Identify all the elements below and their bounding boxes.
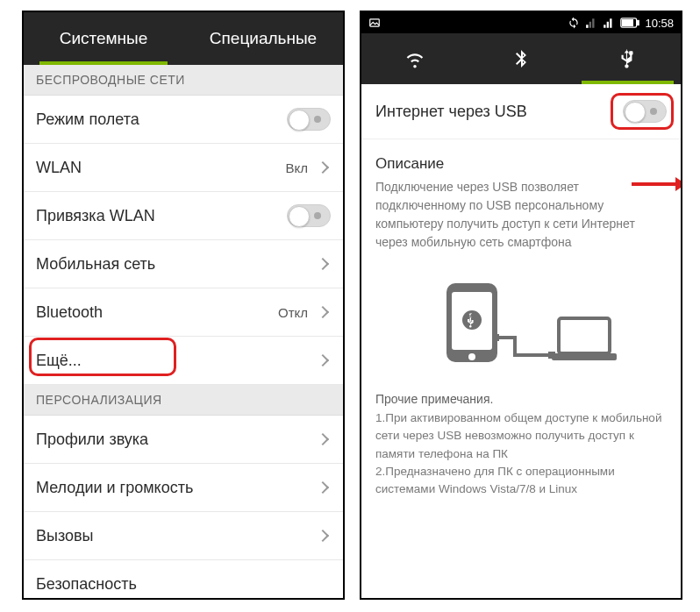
row-security-label: Безопасность — [36, 575, 331, 594]
svg-rect-11 — [552, 353, 617, 360]
chevron-right-icon — [317, 530, 329, 542]
status-bar: 10:58 — [361, 12, 681, 33]
notes-block: Прочие примечания. 1.При активированном … — [361, 385, 681, 505]
chevron-right-icon — [317, 161, 329, 174]
row-melodies[interactable]: Мелодии и громкость — [24, 464, 343, 512]
row-airplane[interactable]: Режим полета — [24, 96, 343, 144]
image-icon — [368, 17, 381, 29]
sync-icon — [568, 17, 580, 29]
row-airplane-label: Режим полета — [36, 110, 287, 129]
row-wlan-status: Вкл — [286, 160, 309, 175]
row-bluetooth[interactable]: Bluetooth Откл — [24, 288, 343, 337]
tab-wifi[interactable] — [361, 33, 468, 84]
section-wireless: БЕСПРОВОДНЫЕ СЕТИ — [24, 65, 343, 96]
row-mobile[interactable]: Мобильная сеть — [24, 240, 343, 288]
svg-rect-2 — [638, 20, 639, 25]
icon-tabs — [361, 33, 681, 84]
description-block: Описание Подключение через USB позволяет… — [361, 139, 681, 260]
settings-screen-left: Системные Специальные БЕСПРОВОДНЫЕ СЕТИ … — [22, 11, 345, 600]
chevron-right-icon — [317, 354, 329, 366]
row-bluetooth-label: Bluetooth — [36, 303, 278, 322]
chevron-right-icon — [317, 433, 329, 445]
row-wlan-label: WLAN — [36, 159, 286, 177]
row-wlan[interactable]: WLAN Вкл — [24, 144, 343, 192]
row-usb-internet[interactable]: Интернет через USB — [361, 84, 681, 139]
svg-rect-0 — [370, 19, 380, 26]
svg-rect-10 — [559, 318, 610, 353]
tab-bluetooth[interactable] — [468, 33, 574, 84]
signal-2-icon — [603, 17, 615, 29]
illustration — [361, 260, 681, 385]
row-sound-profiles-label: Профили звука — [36, 431, 318, 449]
row-wlan-tether-label: Привязка WLAN — [36, 207, 287, 225]
row-melodies-label: Мелодии и громкость — [36, 479, 318, 497]
usb-icon — [616, 47, 639, 70]
status-time: 10:58 — [645, 17, 674, 30]
notes-title: Прочие примечания. — [375, 392, 667, 406]
row-calls-label: Вызовы — [36, 527, 318, 545]
phone-laptop-illustration-icon — [420, 276, 622, 373]
tab-system-label: Системные — [60, 29, 148, 48]
usb-internet-screen: 10:58 Интернет через USB Описание Подклю… — [360, 11, 682, 600]
tab-special[interactable]: Специальные — [183, 12, 343, 65]
wifi-icon — [403, 46, 427, 71]
svg-rect-3 — [623, 20, 633, 26]
bluetooth-icon — [511, 48, 532, 69]
row-usb-internet-label: Интернет через USB — [375, 103, 623, 121]
description-title: Описание — [375, 155, 667, 173]
row-bluetooth-status: Откл — [278, 305, 308, 320]
svg-rect-8 — [494, 334, 499, 341]
signal-1-icon — [585, 17, 597, 29]
row-calls[interactable]: Вызовы — [24, 512, 343, 560]
airplane-toggle[interactable] — [287, 108, 331, 131]
row-mobile-label: Мобильная сеть — [36, 255, 318, 274]
row-wlan-tether[interactable]: Привязка WLAN — [24, 192, 343, 240]
svg-point-6 — [468, 353, 475, 360]
tab-special-label: Специальные — [210, 29, 317, 48]
description-text: Подключение через USB позволяет подключе… — [375, 178, 667, 252]
chevron-right-icon — [317, 258, 329, 270]
row-more[interactable]: Ещё... — [24, 337, 343, 385]
row-more-label: Ещё... — [36, 352, 318, 370]
battery-icon — [620, 18, 639, 28]
annotation-arrow-icon — [632, 182, 682, 186]
wlan-tether-toggle[interactable] — [287, 204, 331, 227]
note-1: 1.При активированном общем доступе к моб… — [375, 409, 667, 463]
section-personalization: ПЕРСОНАЛИЗАЦИЯ — [24, 385, 343, 416]
row-security[interactable]: Безопасность — [24, 560, 343, 600]
chevron-right-icon — [317, 481, 329, 494]
tabs-bar: Системные Специальные — [24, 12, 343, 65]
row-sound-profiles[interactable]: Профили звука — [24, 416, 343, 464]
chevron-right-icon — [317, 306, 329, 318]
tab-usb[interactable] — [575, 33, 681, 84]
usb-internet-toggle[interactable] — [623, 100, 667, 123]
note-2: 2.Предназначено для ПК с операционными с… — [375, 463, 667, 499]
tab-system[interactable]: Системные — [24, 12, 183, 65]
